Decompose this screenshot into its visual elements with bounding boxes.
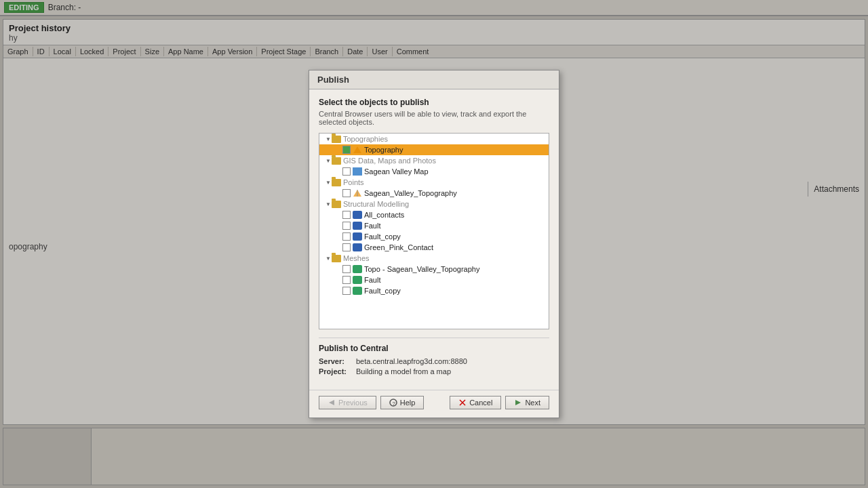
spacer bbox=[336, 147, 342, 153]
tree-item-sagean-valley-topo[interactable]: Sagean_Valley_Topography bbox=[319, 188, 549, 199]
point-icon bbox=[353, 189, 362, 197]
next-button[interactable]: Next bbox=[505, 396, 549, 409]
map-icon bbox=[353, 167, 362, 176]
tree-item-all-contacts[interactable]: All_contacts bbox=[319, 209, 549, 220]
item-label: Fault bbox=[364, 222, 380, 230]
dialog-title: Publish bbox=[317, 75, 349, 85]
svg-marker-3 bbox=[329, 400, 334, 405]
project-label: Project: bbox=[319, 367, 356, 375]
section-title: Select the objects to publish bbox=[319, 98, 549, 107]
tree-item-green-pink[interactable]: Green_Pink_Contact bbox=[319, 242, 549, 253]
checkbox-sagean-valley-topo[interactable] bbox=[342, 189, 351, 197]
mesh-icon bbox=[353, 265, 362, 273]
item-label: Topo - Sagean_Valley_Topography bbox=[364, 265, 479, 273]
server-row: Server: beta.central.leapfrog3d.com:8880 bbox=[319, 357, 549, 365]
item-label: Fault_copy bbox=[364, 232, 401, 241]
folder-icon bbox=[332, 179, 341, 186]
checkbox-sagean-valley-map[interactable] bbox=[342, 167, 351, 176]
tree-item-structural[interactable]: ▼ Structural Modelling bbox=[319, 199, 549, 209]
mesh-icon bbox=[353, 276, 362, 284]
expand-icon: ▼ bbox=[325, 136, 332, 142]
spacer bbox=[336, 169, 342, 175]
folder-icon bbox=[332, 255, 341, 262]
publish-dialog: Publish Select the objects to publish Ce… bbox=[309, 70, 559, 418]
tree-item-sagean-valley-map[interactable]: Sagean Valley Map bbox=[319, 166, 549, 177]
checkbox-green-pink[interactable] bbox=[342, 243, 351, 251]
tree-item-topo-sagean[interactable]: Topo - Sagean_Valley_Topography bbox=[319, 264, 549, 274]
item-label: Topography bbox=[364, 146, 403, 154]
tree-item-fault2[interactable]: Fault bbox=[319, 274, 549, 285]
topo-icon bbox=[353, 146, 362, 154]
cancel-icon bbox=[458, 399, 467, 407]
item-label: Fault_copy bbox=[364, 287, 401, 295]
spacer bbox=[336, 212, 342, 218]
tree-item-meshes[interactable]: ▼ Meshes bbox=[319, 253, 549, 264]
project-value: Building a model from a map bbox=[356, 367, 451, 375]
dialog-buttons: Previous ? Help Cancel Next bbox=[309, 390, 559, 418]
project-row: Project: Building a model from a map bbox=[319, 367, 549, 375]
expand-icon: ▼ bbox=[325, 201, 332, 207]
tree-item-points[interactable]: ▼ Points bbox=[319, 177, 549, 188]
expand-icon: ▼ bbox=[325, 158, 332, 164]
checkbox-fault-copy2[interactable] bbox=[342, 287, 351, 295]
folder-icon bbox=[332, 201, 341, 208]
tree-item-topography[interactable]: Topography bbox=[319, 144, 549, 155]
item-label: Green_Pink_Contact bbox=[364, 243, 433, 251]
help-icon: ? bbox=[389, 399, 397, 407]
server-label: Server: bbox=[319, 357, 356, 365]
cancel-button[interactable]: Cancel bbox=[450, 396, 501, 409]
tree-item-topographies[interactable]: ▼ Topographies bbox=[319, 134, 549, 144]
checkbox-fault-copy[interactable] bbox=[342, 232, 351, 241]
expand-icon: ▼ bbox=[325, 180, 332, 186]
item-label: Points bbox=[343, 178, 364, 186]
item-label: Meshes bbox=[343, 254, 370, 262]
spacer bbox=[336, 234, 342, 240]
item-label: GIS Data, Maps and Photos bbox=[343, 157, 436, 165]
item-label: Sagean_Valley_Topography bbox=[364, 189, 457, 197]
spacer bbox=[336, 288, 342, 294]
item-label: Topographies bbox=[343, 135, 388, 143]
section-subtitle: Central Browser users will be able to vi… bbox=[319, 110, 549, 126]
spacer bbox=[336, 190, 342, 197]
tree-container[interactable]: ▼ Topographies Topography bbox=[319, 133, 549, 329]
spacer bbox=[336, 277, 342, 283]
item-label: Sagean Valley Map bbox=[364, 167, 429, 176]
next-icon bbox=[514, 399, 522, 407]
expand-icon: ▼ bbox=[325, 256, 332, 262]
checkbox-fault2[interactable] bbox=[342, 276, 351, 284]
checkbox-topography[interactable] bbox=[342, 146, 351, 154]
server-value: beta.central.leapfrog3d.com:8880 bbox=[356, 357, 467, 365]
svg-marker-8 bbox=[515, 400, 521, 405]
tree-item-gis[interactable]: ▼ GIS Data, Maps and Photos bbox=[319, 155, 549, 166]
item-label: Fault bbox=[364, 276, 380, 284]
svg-text:?: ? bbox=[392, 401, 395, 407]
previous-icon bbox=[328, 399, 336, 407]
folder-icon bbox=[332, 136, 341, 143]
page-wrapper: EDITING Branch: - Project history hy Gra… bbox=[0, 0, 868, 488]
item-label: Structural Modelling bbox=[343, 200, 409, 208]
checkbox-all-contacts[interactable] bbox=[342, 211, 351, 219]
previous-button[interactable]: Previous bbox=[319, 396, 376, 409]
mesh-icon bbox=[353, 287, 362, 295]
folder-icon bbox=[332, 157, 341, 165]
tree-item-fault-copy2[interactable]: Fault_copy bbox=[319, 285, 549, 296]
spacer bbox=[336, 266, 342, 272]
help-button[interactable]: ? Help bbox=[380, 396, 425, 409]
dialog-title-bar: Publish bbox=[309, 70, 559, 89]
struct-icon bbox=[353, 211, 362, 219]
tree-item-fault-copy[interactable]: Fault_copy bbox=[319, 231, 549, 242]
checkbox-fault1[interactable] bbox=[342, 222, 351, 230]
svg-marker-0 bbox=[353, 146, 361, 153]
publish-to-central-title: Publish to Central bbox=[319, 344, 549, 353]
publish-to-central-section: Publish to Central Server: beta.central.… bbox=[319, 338, 549, 375]
checkbox-topo-sagean[interactable] bbox=[342, 265, 351, 273]
struct-icon bbox=[353, 232, 362, 241]
tree-item-fault1[interactable]: Fault bbox=[319, 220, 549, 231]
struct-icon bbox=[353, 243, 362, 251]
item-label: All_contacts bbox=[364, 211, 404, 219]
dialog-overlay: Publish Select the objects to publish Ce… bbox=[0, 0, 868, 488]
struct-icon bbox=[353, 222, 362, 230]
dialog-body: Select the objects to publish Central Br… bbox=[309, 89, 559, 386]
spacer bbox=[336, 245, 342, 251]
spacer bbox=[336, 223, 342, 229]
